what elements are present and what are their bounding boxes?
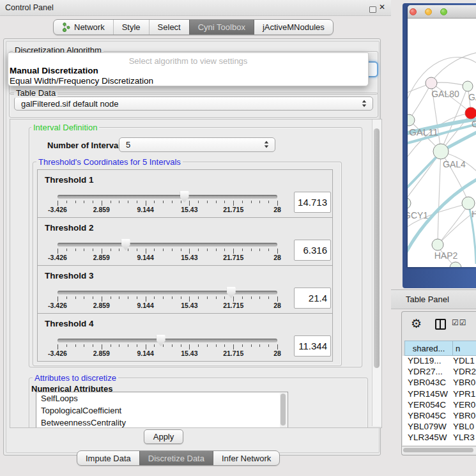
tab-cyni-toolbox[interactable]: Cyni Toolbox: [189, 20, 254, 35]
slider-tick: [128, 249, 128, 251]
close-traffic-light[interactable]: [410, 8, 417, 15]
numerical-attributes-list[interactable]: SelfLoopsTopologicalCoefficientBetweenne…: [36, 392, 288, 428]
table-cell-shared-name: YDR27...: [403, 367, 451, 378]
checked-checkboxes-icon[interactable]: ☑☑: [452, 318, 467, 327]
threshold-value-field[interactable]: 14.713: [294, 192, 331, 213]
slider-tick: [216, 296, 217, 299]
tab-select[interactable]: Select: [149, 20, 189, 35]
settings-scrollbar-thumb[interactable]: [374, 128, 380, 368]
slider-tick: [93, 344, 93, 347]
slider-thumb[interactable]: [121, 239, 130, 250]
threshold-value-field[interactable]: 6.316: [294, 240, 331, 261]
number-of-intervals-spinner[interactable]: 5: [119, 137, 275, 152]
slider-tick: [102, 249, 102, 254]
node-gcy1[interactable]: [408, 197, 411, 209]
table-cell-shared-name: YIL052C: [403, 444, 451, 446]
threshold-value-field[interactable]: 11.344: [294, 335, 331, 357]
slider-tick: [58, 296, 58, 302]
slider-tick: [154, 249, 155, 251]
column-header-name[interactable]: n: [452, 341, 476, 356]
attributes-list-scrollbar[interactable]: [280, 393, 287, 427]
apply-button[interactable]: Apply: [144, 429, 183, 444]
slider-track[interactable]: [58, 243, 277, 247]
slider-tick: [93, 249, 93, 251]
column-header-shared[interactable]: shared...: [404, 341, 453, 356]
table-row[interactable]: YDL19...YDL1: [403, 356, 476, 367]
slider-tick: [268, 344, 269, 347]
tab-label: jActiveMNodules: [263, 22, 325, 32]
node-label-ga: GA: [468, 92, 476, 102]
slider-tick: [93, 296, 93, 299]
threshold-label: Threshold 1: [45, 175, 94, 185]
slider-tick: [163, 201, 164, 203]
slider-thumb[interactable]: [227, 287, 236, 298]
slider-tick: [198, 296, 199, 299]
slider-tick: [233, 249, 234, 254]
slider-tick: [119, 201, 119, 203]
spinner-arrows-icon[interactable]: [264, 141, 269, 148]
slider-tick-label: -3.426: [42, 302, 73, 309]
algorithm-option-equal-width[interactable]: Equal Width/Frequency Discretization: [10, 76, 153, 86]
threshold-value-field[interactable]: 21.4: [294, 288, 331, 309]
table-row[interactable]: YER054CYER0: [403, 400, 476, 411]
attribute-list-item[interactable]: SelfLoops: [36, 392, 288, 404]
algorithm-option-manual[interactable]: Manual Discretization: [10, 66, 98, 75]
close-icon[interactable]: ✕: [379, 3, 385, 12]
float-window-icon[interactable]: [369, 6, 376, 13]
slider-tick: [172, 249, 173, 251]
slider-thumb[interactable]: [180, 191, 189, 203]
table-cell-name: YER0: [451, 400, 475, 411]
slider-tick: [216, 344, 217, 347]
table-row[interactable]: YBR043CYBR0: [403, 378, 476, 388]
bottom-tab-bar: Impute DataDiscretize DataInfer Network: [77, 450, 280, 466]
table-row[interactable]: YBR045CYBR0: [403, 411, 476, 422]
node-top-right[interactable]: [463, 81, 473, 91]
table-row[interactable]: YBL079WYBL0: [403, 422, 476, 433]
split-columns-icon[interactable]: [435, 319, 446, 330]
table-row[interactable]: YDR27...YDR2: [403, 367, 476, 378]
slider-tick-label: 21.715: [217, 206, 249, 213]
settings-vertical-scrollbar[interactable]: [372, 119, 381, 426]
attribute-list-item[interactable]: TopologicalCoefficient: [36, 404, 288, 417]
table-rows: YDL19...YDL1YDR27...YDR2YBR043CYBR0YPR14…: [403, 356, 476, 445]
table-cell-shared-name: YBR043C: [403, 378, 451, 388]
slider-track[interactable]: [58, 195, 277, 199]
slider-tick: [163, 249, 164, 251]
threshold-label: Threshold 2: [45, 223, 94, 233]
table-row[interactable]: YLR345WYLR3: [403, 433, 476, 443]
table-row[interactable]: YIL052CYIL0: [403, 444, 476, 446]
node-gal80[interactable]: [426, 77, 437, 89]
slider-tick-label: 2.859: [86, 206, 118, 213]
slider-tick: [259, 344, 260, 347]
slider-track[interactable]: [58, 291, 277, 295]
node-gal4[interactable]: [433, 144, 449, 159]
attribute-list-item[interactable]: BetweennessCentrality: [36, 417, 288, 428]
tab-infer-network[interactable]: Infer Network: [213, 451, 279, 465]
slider-track[interactable]: [58, 339, 277, 342]
table-horizontal-scrollbar[interactable]: [402, 446, 476, 454]
slider-tick: [146, 344, 146, 349]
slider-thumb[interactable]: [157, 335, 165, 346]
table-row[interactable]: YPR145WYPR1: [403, 389, 476, 400]
control-panel-titlebar: Control Panel ✕: [0, 0, 391, 16]
tab-impute-data[interactable]: Impute Data: [77, 451, 139, 465]
table-cell-name: YLR3: [451, 433, 475, 443]
thresholds-group-title: Threshold's Coordinates for 5 Intervals: [36, 157, 183, 167]
minimize-traffic-light[interactable]: [425, 8, 432, 15]
tab-style[interactable]: Style: [113, 20, 149, 35]
node-hap2[interactable]: [432, 239, 443, 250]
slider-tick: [224, 296, 225, 299]
slider-tick: [181, 344, 181, 347]
node-selected-red[interactable]: [465, 107, 476, 119]
zoom-traffic-light[interactable]: [440, 8, 447, 15]
network-canvas[interactable]: GAL80GACGAL11GAL4GCY1HHAP2: [408, 18, 476, 267]
slider-tick: [146, 249, 146, 254]
table-data-combobox[interactable]: galFiltered.sif default node: [14, 96, 373, 111]
tab-jactivemnodules[interactable]: jActiveMNodules: [254, 20, 333, 35]
slider-tick: [172, 296, 173, 299]
tab-network[interactable]: Network: [54, 20, 113, 35]
tab-discretize-data[interactable]: Discretize Data: [139, 451, 213, 465]
node-h[interactable]: [462, 197, 475, 210]
table-cell-shared-name: YBR045C: [403, 411, 451, 422]
gear-icon[interactable]: ⚙: [411, 316, 422, 331]
